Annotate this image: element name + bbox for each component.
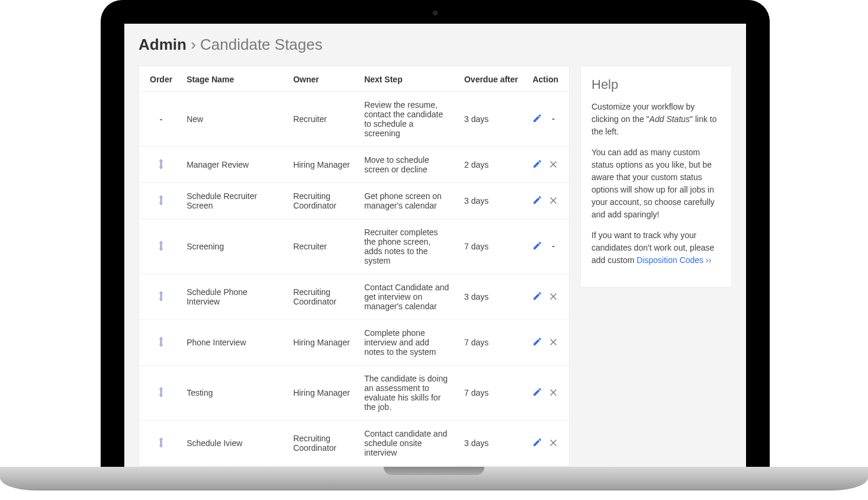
delete-icon[interactable] bbox=[548, 336, 558, 347]
breadcrumb-separator: › bbox=[191, 36, 196, 53]
th-overdue-after: Overdue after bbox=[457, 66, 525, 92]
cell-overdue-after: 2 days bbox=[457, 147, 525, 183]
cell-stage-name: Manager Review bbox=[179, 147, 286, 183]
delete-icon[interactable] bbox=[548, 159, 558, 169]
breadcrumb: Admin › Candidate Stages bbox=[139, 36, 732, 54]
cell-owner: Recruiting Coordinator bbox=[286, 274, 357, 320]
cell-next-step: Recruiter completes the phone screen, ad… bbox=[357, 219, 457, 274]
edit-icon[interactable] bbox=[532, 437, 542, 447]
stages-table: Order Stage Name Owner Next Step Overdue… bbox=[139, 66, 569, 466]
cell-stage-name: Phone Interview bbox=[179, 320, 286, 366]
disposition-codes-link[interactable]: Disposition Codes ›› bbox=[636, 255, 711, 265]
th-stage-name: Stage Name bbox=[179, 66, 286, 92]
table-row: ScreeningRecruiterRecruiter completes th… bbox=[139, 219, 569, 274]
edit-icon[interactable] bbox=[532, 195, 542, 205]
table-row: Phone InterviewHiring ManagerComplete ph… bbox=[139, 320, 569, 366]
help-paragraph-3: If you want to track why your candidates… bbox=[591, 229, 721, 267]
table-row: Manager ReviewHiring ManagerMove to sche… bbox=[139, 147, 569, 183]
stages-panel: Order Stage Name Owner Next Step Overdue… bbox=[139, 66, 570, 467]
th-order: Order bbox=[139, 66, 179, 92]
edit-icon[interactable] bbox=[532, 159, 542, 169]
cell-overdue-after: 7 days bbox=[457, 320, 525, 366]
help-title: Help bbox=[591, 77, 721, 92]
drag-handle-icon[interactable] bbox=[157, 437, 165, 450]
cell-next-step: Contact Candidate and get interview on m… bbox=[357, 274, 457, 320]
breadcrumb-root[interactable]: Admin bbox=[139, 36, 187, 53]
drag-handle-icon[interactable] bbox=[157, 387, 165, 399]
help-add-status-em: Add Status bbox=[650, 114, 690, 124]
edit-icon[interactable] bbox=[532, 387, 542, 397]
cell-next-step: The candidate is doing an assessment to … bbox=[357, 366, 457, 421]
table-row: Schedule Phone InterviewRecruiting Coord… bbox=[139, 274, 569, 320]
cell-stage-name: Schedule Phone Interview bbox=[179, 274, 286, 320]
cell-stage-name: Schedule Recruiter Screen bbox=[179, 183, 286, 219]
laptop-notch bbox=[384, 467, 484, 475]
cell-next-step: Move to schedule screen or decline bbox=[357, 147, 457, 183]
no-drag-indicator: - bbox=[156, 114, 166, 124]
cell-overdue-after: 7 days bbox=[457, 219, 525, 274]
delete-icon[interactable] bbox=[548, 387, 558, 397]
cell-owner: Hiring Manager bbox=[286, 147, 357, 183]
screen: Admin › Candidate Stages Order Stage Nam… bbox=[124, 24, 746, 467]
cell-stage-name: Schedule Iview bbox=[179, 421, 286, 466]
help-panel: Help Customize your workflow by clicking… bbox=[580, 66, 732, 287]
delete-icon[interactable] bbox=[548, 291, 558, 301]
cell-next-step: Get phone screen on manager's calendar bbox=[357, 183, 457, 219]
drag-handle-icon[interactable] bbox=[157, 291, 165, 303]
table-row: TestingHiring ManagerThe candidate is do… bbox=[139, 366, 569, 421]
cell-stage-name: New bbox=[179, 92, 286, 147]
laptop-base bbox=[0, 467, 868, 491]
cell-overdue-after: 7 days bbox=[457, 366, 525, 421]
cell-overdue-after: 3 days bbox=[457, 183, 525, 219]
no-delete-indicator: - bbox=[548, 114, 558, 123]
drag-handle-icon[interactable] bbox=[157, 195, 165, 207]
cell-overdue-after: 3 days bbox=[457, 421, 525, 466]
table-row: Schedule IviewRecruiting CoordinatorCont… bbox=[139, 421, 569, 466]
th-action: Action bbox=[525, 66, 569, 92]
cell-next-step: Contact candidate and schedule onsite in… bbox=[357, 421, 457, 466]
page-content: Admin › Candidate Stages Order Stage Nam… bbox=[124, 24, 746, 467]
drag-handle-icon[interactable] bbox=[157, 336, 165, 349]
cell-owner: Hiring Manager bbox=[286, 366, 357, 421]
cell-next-step: Complete phone interview and add notes t… bbox=[357, 320, 457, 366]
cell-owner: Recruiting Coordinator bbox=[286, 183, 357, 219]
breadcrumb-current: Candidate Stages bbox=[200, 36, 323, 53]
help-paragraph-1: Customize your workflow by clicking on t… bbox=[591, 101, 721, 138]
table-row: Schedule Recruiter ScreenRecruiting Coor… bbox=[139, 183, 569, 219]
cell-owner: Hiring Manager bbox=[286, 320, 357, 366]
th-owner: Owner bbox=[286, 66, 357, 92]
edit-icon[interactable] bbox=[532, 241, 542, 251]
laptop-frame: Admin › Candidate Stages Order Stage Nam… bbox=[101, 0, 770, 467]
drag-handle-icon[interactable] bbox=[157, 159, 165, 171]
cell-owner: Recruiter bbox=[286, 219, 357, 274]
drag-handle-icon[interactable] bbox=[157, 241, 165, 253]
edit-icon[interactable] bbox=[532, 291, 542, 301]
edit-icon[interactable] bbox=[532, 113, 542, 123]
cell-owner: Recruiting Coordinator bbox=[286, 421, 357, 466]
table-row: -NewRecruiterReview the resume, contact … bbox=[139, 92, 569, 147]
delete-icon[interactable] bbox=[548, 437, 558, 447]
cell-overdue-after: 3 days bbox=[457, 274, 525, 320]
cell-stage-name: Testing bbox=[179, 366, 286, 421]
th-next-step: Next Step bbox=[357, 66, 457, 92]
cell-next-step: Review the resume, contact the candidate… bbox=[357, 92, 457, 147]
no-delete-indicator: - bbox=[548, 241, 558, 251]
cell-stage-name: Screening bbox=[179, 219, 286, 274]
camera-dot bbox=[433, 11, 438, 15]
delete-icon[interactable] bbox=[548, 195, 558, 205]
edit-icon[interactable] bbox=[532, 336, 542, 347]
cell-owner: Recruiter bbox=[286, 92, 357, 147]
help-paragraph-2: You can add as many custom status option… bbox=[591, 146, 721, 221]
cell-overdue-after: 3 days bbox=[457, 92, 525, 147]
